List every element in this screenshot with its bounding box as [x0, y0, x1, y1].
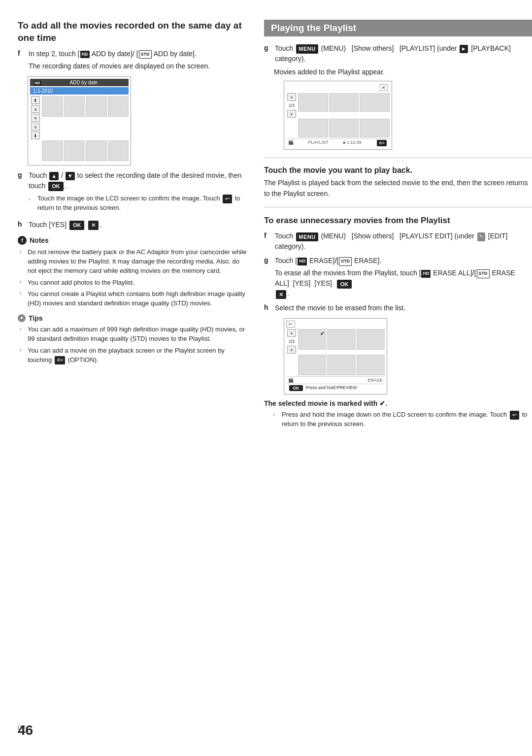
- tip-item-1: › You can add a maximum of 999 high defi…: [18, 325, 247, 344]
- lcd-pl-toprow: ✕: [286, 83, 390, 92]
- step-h-content: Touch [YES] OK ✕.: [29, 220, 247, 230]
- ok-btn-h[interactable]: OK: [69, 221, 85, 230]
- step-f: f In step 2, touch [HD ADD by date]/ [ST…: [18, 49, 247, 71]
- lcd-erase-down-btn[interactable]: ∨: [287, 346, 296, 354]
- lcd-pl-time: ■ 1:12:34: [343, 140, 361, 146]
- lcd-pl-counter-icon: 🎬: [288, 140, 294, 146]
- lcd-pl-thumb-3: [360, 93, 390, 112]
- menu-btn-right[interactable]: MENU: [296, 44, 318, 54]
- lcd-erase-icon-label: 🎬: [288, 378, 294, 383]
- left-column: To add all the movies recorded on the sa…: [18, 20, 259, 736]
- step-f-erase: f Touch MENU (MENU) [Show others] [PLAYL…: [264, 231, 532, 252]
- tips-label: Tips: [29, 314, 43, 322]
- lcd-pl-ctrl: ∧ 1/2 ∨: [286, 93, 297, 118]
- lcd-erase-back-btn[interactable]: ↩: [286, 321, 295, 328]
- lcd-pl-thumb-6: [360, 119, 390, 137]
- edit-icon: ✎: [477, 232, 485, 241]
- step-f-letter: f: [18, 49, 27, 57]
- page-container: To add all the movies recorded on the sa…: [0, 0, 532, 756]
- lcd-thumb-3: [86, 96, 107, 117]
- step-g-sub-text: Touch the image on the LCD screen to con…: [37, 194, 247, 213]
- lcd-thumb-2: [64, 96, 85, 117]
- note-item-2: › You cannot add photos to the Playlist.: [18, 278, 247, 288]
- lcd-erase-thumb-4: [298, 355, 326, 375]
- playing-playlist-title: Playing the Playlist: [264, 20, 532, 36]
- selected-sub-note: › Press and hold the image down on the L…: [264, 410, 532, 429]
- step-g-letter: g: [18, 171, 27, 179]
- lcd-pl-option-btn[interactable]: ⚙≡: [377, 140, 387, 146]
- lcd-pl-thumb-5: [329, 119, 359, 137]
- touch-movie-title: Touch the movie you want to play back.: [264, 166, 532, 175]
- lcd-erase-screen: ↩ ∧ 1/2 ∨ ✔: [284, 318, 387, 394]
- lcd-thumb-7: [86, 140, 107, 161]
- lcd-pl-up-btn[interactable]: ∧: [287, 93, 296, 101]
- lcd-erase-page: 1/2: [288, 338, 296, 345]
- note-item-1: › Do not remove the battery pack or the …: [18, 248, 247, 276]
- lcd-bottom-btn[interactable]: ⬇: [31, 131, 40, 139]
- lcd-thumb-8: [108, 140, 129, 161]
- x-btn-erase[interactable]: ✕: [276, 290, 286, 299]
- lcd-pl-down-btn[interactable]: ∨: [287, 110, 296, 118]
- selected-note: The selected movie is marked with ✔.: [264, 399, 532, 407]
- up-arrow-icon: ▲: [49, 172, 59, 180]
- step-g-erase: g Touch [HD ERASE]/[STD ERASE]. To erase…: [264, 256, 532, 299]
- lcd-erase-row2: [298, 355, 385, 375]
- x-btn-h[interactable]: ✕: [88, 221, 99, 230]
- note-bullet-3: ›: [20, 291, 26, 296]
- step-h-erase-content: Select the movie to be erased from the l…: [275, 303, 532, 313]
- std-icon: STD: [139, 50, 152, 59]
- lcd-top-btn[interactable]: ⬆: [31, 96, 40, 104]
- lcd-thumb-1: [42, 96, 63, 117]
- lcd-pl-thumb-2: [329, 93, 359, 112]
- lcd-erase-thumb-2: [327, 329, 355, 350]
- lcd-hd-icon: HD: [33, 80, 42, 85]
- note-bullet-2: ›: [20, 279, 26, 285]
- lcd-erase-grid: ∧ 1/2 ∨ ✔: [286, 329, 385, 375]
- lcd-close-btn[interactable]: ✕: [380, 84, 388, 91]
- step-g-right-content: Touch MENU (MENU) [Show others] [PLAYLIS…: [275, 43, 532, 64]
- tips-header: ✦ Tips: [18, 314, 247, 322]
- lcd-menu-btn[interactable]: ≡: [31, 114, 40, 122]
- lcd-erase-ok-btn[interactable]: OK: [289, 385, 303, 391]
- notes-icon: f: [18, 236, 27, 245]
- return-icon-erase: ↩: [510, 411, 519, 420]
- right-column: Playing the Playlist g Touch MENU (MENU)…: [259, 20, 532, 736]
- hd-icon: HD: [80, 51, 90, 59]
- note-item-3: › You cannot create a Playlist which con…: [18, 290, 247, 308]
- lcd-erase-thumb-3: [357, 329, 385, 350]
- lcd-date-value: 1-1-2010: [30, 87, 129, 95]
- lcd-erase-ctrl: ∧ 1/2 ∨: [286, 329, 297, 354]
- erase-section-title: To erase unnecessary movies from the Pla…: [264, 215, 532, 226]
- lcd-controls: ⬆ ∧ ≡ ∨ ⬇: [30, 96, 41, 139]
- lcd-pl-row2: [298, 119, 390, 137]
- lcd-erase-preview-label: Press and hold:PREVIEW: [306, 385, 357, 391]
- note-bullet-1: ›: [20, 249, 26, 254]
- step-g-left: g Touch ▲ / ▼ to select the recording da…: [18, 170, 247, 216]
- lcd-pl-thumb-1: [298, 93, 328, 112]
- note-text-2: You cannot add photos to the Playlist.: [28, 278, 134, 288]
- lcd-thumb-4: [108, 96, 129, 117]
- step-f-subnote: The recording dates of movies are displa…: [29, 61, 247, 71]
- lcd-playlist-screen: ✕ ∧ 1/2 ∨ 🎬 PLAYLIST: [284, 81, 392, 150]
- lcd-up-btn[interactable]: ∧: [31, 105, 40, 113]
- lcd-pl-thumb-4: [298, 119, 328, 137]
- ok-btn-g[interactable]: OK: [48, 182, 64, 191]
- lcd-erase-topbar: ↩: [286, 321, 385, 328]
- hd-eraseall-icon: HD: [421, 270, 431, 278]
- tip-text-2: You can add a movie on the playback scre…: [28, 346, 247, 365]
- menu-btn-erase[interactable]: MENU: [296, 232, 318, 242]
- lcd-thumb-6: [64, 140, 85, 161]
- step-h-letter: h: [18, 220, 27, 228]
- step-g-erase-letter: g: [264, 256, 273, 264]
- lcd-erase-thumb-5: [327, 355, 355, 375]
- sub-bullet-g: ›: [29, 196, 35, 203]
- lcd-erase-up-btn[interactable]: ∧: [287, 329, 296, 337]
- ok-btn-erase[interactable]: OK: [337, 280, 352, 289]
- left-section-title: To add all the movies recorded on the sa…: [18, 20, 247, 44]
- step-g-sub: › Touch the image on the LCD screen to c…: [29, 194, 247, 213]
- step-f-content: In step 2, touch [HD ADD by date]/ [STD …: [29, 49, 247, 71]
- tips-icon: ✦: [18, 314, 26, 322]
- lcd-pl-bottombar: 🎬 PLAYLIST ■ 1:12:34 ⚙≡: [286, 138, 390, 147]
- touch-movie-desc: The Playlist is played back from the sel…: [264, 178, 532, 199]
- lcd-down-btn[interactable]: ∨: [31, 123, 40, 131]
